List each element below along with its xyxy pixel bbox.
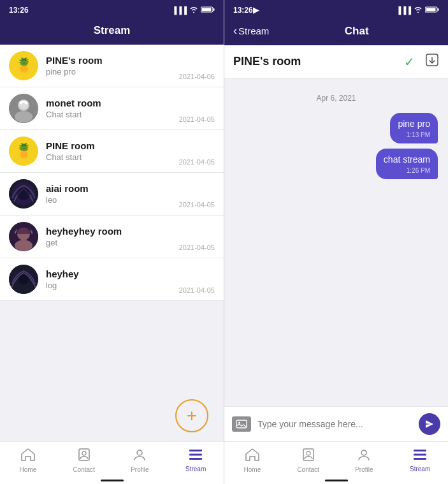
- svg-point-15: [17, 187, 30, 200]
- pine-room-name: PINE room: [46, 140, 215, 151]
- svg-point-34: [307, 451, 310, 455]
- signal-icon: ▐▐▐: [172, 6, 187, 14]
- right-panel: 13:26 ▶ ▐▐▐ ‹ Stream Chat PINE's room ✓: [224, 0, 448, 484]
- left-bottom-nav: Home Contact Profile Stream: [0, 441, 224, 480]
- svg-rect-26: [189, 458, 202, 460]
- right-nav-stream[interactable]: Stream: [392, 442, 448, 480]
- chat-actions: ✓: [404, 53, 439, 70]
- heyheyhey-room-date: 2021-04-05: [179, 244, 215, 251]
- avatar-monet-room: [9, 94, 38, 123]
- right-stream-icon: [413, 449, 427, 464]
- stream-item-pine-room[interactable]: 🍍 PINE room Chat start 2021-04-05: [0, 130, 224, 173]
- svg-text:🍍: 🍍: [15, 57, 33, 74]
- right-profile-icon: [358, 448, 370, 464]
- left-home-indicator: [101, 480, 124, 481]
- svg-rect-38: [414, 458, 426, 460]
- aiai-room-name: aiai room: [46, 183, 215, 194]
- stream-item-aiai-room[interactable]: aiai room leo 2021-04-05: [0, 173, 224, 216]
- battery-icon: [201, 6, 215, 14]
- heyhey-name: heyhey: [46, 268, 215, 279]
- profile-icon: [133, 448, 146, 464]
- date-divider: Apr 6, 2021: [235, 94, 438, 103]
- avatar-pines-room: 🍍: [9, 51, 38, 80]
- back-button[interactable]: ‹ Stream: [233, 24, 269, 38]
- right-nav-contact[interactable]: Contact: [280, 442, 336, 480]
- back-label: Stream: [238, 26, 269, 36]
- message-time-2: 1:26 PM: [384, 167, 430, 174]
- message-time-1: 1:13 PM: [398, 131, 430, 138]
- svg-point-23: [137, 450, 142, 455]
- left-header: Stream: [0, 18, 224, 45]
- svg-rect-25: [189, 454, 202, 456]
- message-text-2: chat stream: [384, 154, 430, 165]
- left-nav-stream[interactable]: Stream: [168, 442, 224, 480]
- right-location-icon: ▶: [253, 6, 259, 15]
- svg-rect-31: [236, 420, 247, 428]
- avatar-heyhey: [9, 265, 38, 294]
- right-nav-profile[interactable]: Profile: [336, 442, 393, 480]
- left-nav-profile[interactable]: Profile: [112, 442, 168, 480]
- add-stream-button[interactable]: +: [175, 399, 208, 432]
- left-header-title: Stream: [94, 24, 131, 36]
- svg-point-10: [25, 101, 28, 105]
- right-nav-home[interactable]: Home: [224, 442, 280, 480]
- right-nav-home-label: Home: [244, 466, 261, 473]
- export-icon[interactable]: [425, 53, 439, 70]
- right-nav-profile-label: Profile: [355, 466, 373, 473]
- pines-room-name: PINE's room: [46, 55, 215, 66]
- svg-rect-1: [213, 8, 215, 11]
- svg-point-20: [18, 274, 29, 284]
- stream-item-heyheyhey-room[interactable]: heyheyhey room get 2021-04-05: [0, 216, 224, 258]
- avatar-heyheyhey-room: [9, 222, 38, 251]
- stream-item-monet-room[interactable]: monet room Chat start 2021-04-05: [0, 87, 224, 130]
- svg-rect-29: [426, 8, 436, 11]
- svg-rect-37: [414, 454, 426, 456]
- svg-rect-24: [189, 450, 202, 451]
- monet-room-date: 2021-04-05: [179, 115, 215, 123]
- svg-text:🍍: 🍍: [15, 142, 33, 159]
- svg-point-9: [20, 101, 23, 105]
- message-text-1: pine pro: [398, 118, 430, 129]
- chat-room-name: PINE's room: [233, 55, 301, 68]
- left-status-icons: ▐▐▐: [172, 6, 215, 14]
- message-row-2: chat stream 1:26 PM: [235, 149, 438, 179]
- right-contact-icon: [302, 448, 315, 464]
- avatar-pine-room: 🍍: [9, 136, 38, 166]
- right-status-bar: 13:26 ▶ ▐▐▐: [224, 0, 448, 18]
- aiai-room-date: 2021-04-05: [179, 201, 215, 209]
- check-icon[interactable]: ✓: [404, 54, 415, 70]
- left-panel: 13:26 ▐▐▐ Stream 🍍 PINE's room: [0, 0, 224, 484]
- svg-point-35: [361, 450, 366, 455]
- right-home-icon: [245, 448, 259, 464]
- left-bottom-nav-wrapper: Home Contact Profile Stream: [0, 441, 224, 484]
- right-header: ‹ Stream Chat: [224, 18, 448, 45]
- stream-item-heyhey[interactable]: heyhey log 2021-04-05: [0, 258, 224, 301]
- contact-icon: [78, 448, 90, 464]
- message-row-1: pine pro 1:13 PM: [235, 113, 438, 143]
- message-input[interactable]: [257, 419, 412, 429]
- stream-list: 🍍 PINE's room pine pro 2021-04-06: [0, 45, 224, 390]
- right-status-icons: ▐▐▐: [396, 6, 439, 14]
- monet-room-name: monet room: [46, 98, 215, 108]
- left-nav-contact-label: Contact: [73, 466, 94, 473]
- heyhey-date: 2021-04-05: [179, 286, 215, 294]
- svg-rect-28: [438, 8, 439, 11]
- left-nav-home[interactable]: Home: [0, 442, 56, 480]
- fab-container: +: [0, 390, 224, 441]
- right-bottom-nav: Home Contact Profile Stream: [224, 441, 448, 480]
- svg-point-22: [82, 451, 86, 455]
- image-attach-icon[interactable]: [232, 416, 251, 432]
- message-bubble-2: chat stream 1:26 PM: [376, 149, 438, 179]
- right-bottom-nav-wrapper: Home Contact Profile Stream: [224, 441, 448, 484]
- send-button[interactable]: [419, 413, 440, 435]
- right-time: 13:26: [233, 6, 253, 15]
- right-nav-contact-label: Contact: [297, 466, 319, 473]
- left-nav-contact[interactable]: Contact: [56, 442, 112, 480]
- avatar-aiai-room: [9, 179, 38, 209]
- right-nav-stream-label: Stream: [410, 466, 430, 473]
- stream-item-pines-room[interactable]: 🍍 PINE's room pine pro 2021-04-06: [0, 45, 224, 87]
- plus-icon: +: [187, 406, 197, 426]
- svg-rect-2: [202, 8, 212, 11]
- home-icon: [21, 448, 35, 464]
- left-nav-stream-label: Stream: [185, 466, 206, 473]
